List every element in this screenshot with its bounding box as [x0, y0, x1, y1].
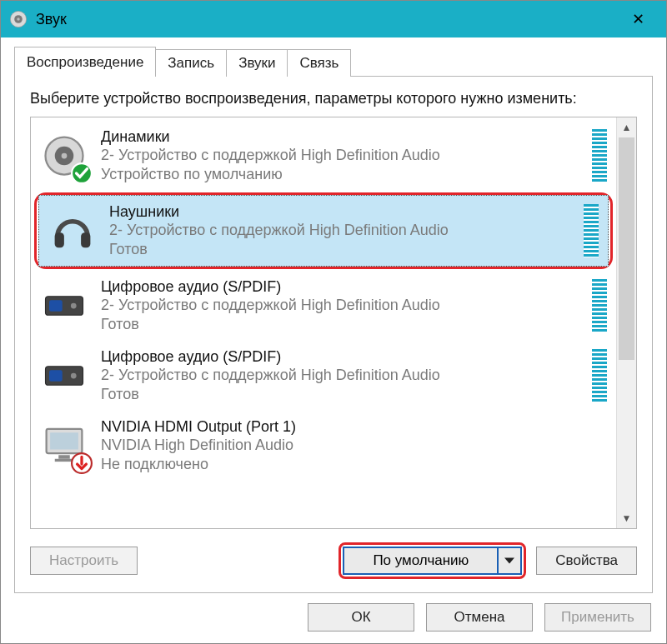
- device-line2: 2- Устройство с поддержкой High Definiti…: [101, 146, 578, 165]
- cancel-button[interactable]: Отмена: [426, 603, 533, 632]
- level-meter: [589, 347, 609, 404]
- headphones-icon: [48, 206, 98, 256]
- annotation-selected-device: Наушники 2- Устройство с поддержкой High…: [34, 192, 613, 269]
- list-item[interactable]: NVIDIA HDMI Output (Port 1) NVIDIA High …: [31, 411, 616, 481]
- window-title: Звук: [36, 11, 67, 28]
- list-item[interactable]: Цифровое аудио (S/PDIF) 2- Устройство с …: [31, 341, 616, 411]
- device-title: Динамики: [101, 128, 578, 146]
- device-line2: 2- Устройство с поддержкой High Definiti…: [109, 221, 569, 240]
- tab-recording[interactable]: Запись: [155, 49, 227, 77]
- device-title: Наушники: [109, 203, 569, 221]
- svg-point-14: [71, 373, 77, 379]
- device-status: Готов: [109, 240, 569, 259]
- svg-rect-13: [49, 371, 63, 382]
- client-area: Воспроизведение Запись Звуки Связь Выбер…: [1, 37, 666, 643]
- set-default-split-button[interactable]: По умолчанию: [343, 547, 522, 575]
- list-item[interactable]: Цифровое аудио (S/PDIF) 2- Устройство с …: [31, 271, 616, 341]
- speaker-icon: [39, 131, 89, 181]
- device-line2: NVIDIA High Definition Audio: [101, 436, 578, 455]
- device-list-box: Динамики 2- Устройство с поддержкой High…: [30, 117, 637, 529]
- tab-strip: Воспроизведение Запись Звуки Связь: [14, 46, 653, 76]
- set-default-button[interactable]: По умолчанию: [344, 548, 499, 573]
- properties-button[interactable]: Свойства: [536, 547, 637, 575]
- sound-app-icon: [9, 10, 28, 28]
- tab-sounds[interactable]: Звуки: [226, 49, 288, 77]
- level-meter: [589, 127, 609, 184]
- scroll-up-button[interactable]: ▲: [617, 117, 636, 137]
- tab-communications[interactable]: Связь: [287, 49, 351, 77]
- device-status: Не подключено: [101, 455, 578, 474]
- tab-playback[interactable]: Воспроизведение: [14, 47, 156, 77]
- digital-audio-icon: [39, 351, 89, 401]
- device-status: Устройство по умолчанию: [101, 165, 578, 184]
- device-title: Цифровое аудио (S/PDIF): [101, 348, 578, 366]
- list-item[interactable]: Динамики 2- Устройство с поддержкой High…: [31, 121, 616, 191]
- instruction-text: Выберите устройство воспроизведения, пар…: [30, 88, 637, 108]
- level-meter: [581, 202, 601, 259]
- device-list[interactable]: Динамики 2- Устройство с поддержкой High…: [31, 117, 616, 528]
- default-check-icon: [71, 162, 93, 184]
- disconnected-icon: [71, 452, 93, 474]
- apply-button[interactable]: Применить: [544, 603, 651, 632]
- svg-rect-17: [58, 456, 70, 460]
- svg-rect-16: [50, 433, 78, 450]
- device-status: Готов: [101, 315, 578, 334]
- scroll-down-button[interactable]: ▼: [617, 508, 636, 528]
- titlebar[interactable]: Звук ✕: [1, 1, 666, 37]
- level-meter-empty: [589, 417, 609, 474]
- tab-page-playback: Выберите устройство воспроизведения, пар…: [14, 76, 653, 593]
- ok-button[interactable]: ОК: [308, 603, 414, 632]
- scrollbar[interactable]: ▲ ▼: [616, 117, 636, 528]
- level-meter: [589, 277, 609, 334]
- digital-audio-icon: [39, 281, 89, 331]
- dialog-button-row: ОК Отмена Применить: [1, 593, 666, 643]
- configure-button[interactable]: Настроить: [30, 547, 138, 575]
- set-default-dropdown-arrow[interactable]: [499, 548, 520, 573]
- scroll-track[interactable]: [617, 137, 636, 508]
- sound-dialog: Звук ✕ Воспроизведение Запись Звуки Связ…: [0, 0, 667, 644]
- svg-rect-8: [81, 233, 90, 248]
- scroll-thumb[interactable]: [619, 137, 634, 360]
- device-title: Цифровое аудио (S/PDIF): [101, 278, 578, 296]
- monitor-icon: [39, 421, 89, 471]
- device-line2: 2- Устройство с поддержкой High Definiti…: [101, 296, 578, 315]
- action-row: Настроить По умолчанию Свойства: [30, 542, 637, 579]
- device-title: NVIDIA HDMI Output (Port 1): [101, 418, 578, 436]
- svg-point-11: [71, 303, 77, 309]
- svg-rect-10: [49, 301, 63, 312]
- close-button[interactable]: ✕: [614, 1, 661, 37]
- annotation-set-default: По умолчанию: [339, 542, 526, 579]
- svg-point-5: [62, 153, 68, 159]
- svg-rect-7: [55, 233, 64, 248]
- list-item[interactable]: Наушники 2- Устройство с поддержкой High…: [38, 195, 609, 267]
- svg-point-2: [17, 17, 19, 20]
- device-status: Готов: [101, 385, 578, 404]
- device-line2: 2- Устройство с поддержкой High Definiti…: [101, 366, 578, 385]
